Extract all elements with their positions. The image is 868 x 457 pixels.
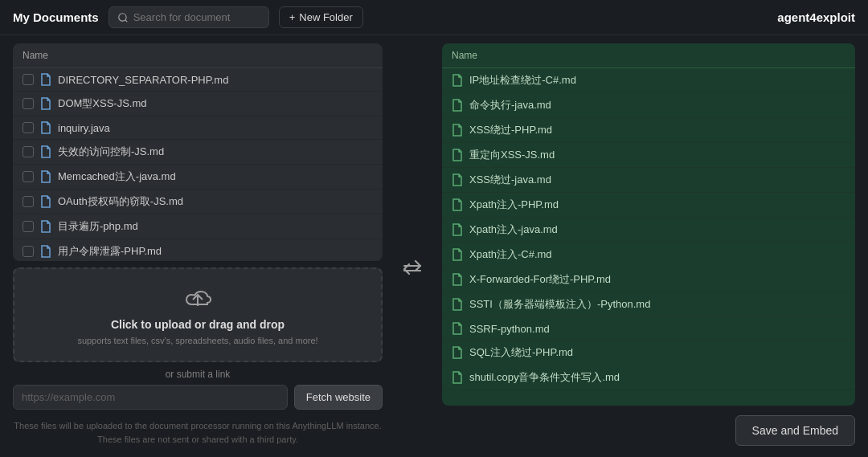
file-icon — [452, 248, 463, 261]
link-row: Fetch website — [13, 385, 383, 410]
file-icon — [452, 346, 463, 359]
transfer-section — [392, 43, 432, 449]
file-name: IP地址检查绕过-C#.md — [469, 73, 576, 88]
file-icon — [452, 74, 463, 87]
upload-title: Click to upload or drag and drop — [111, 318, 285, 331]
list-item[interactable]: SQL注入绕过-PHP.md — [442, 341, 855, 365]
file-name: 重定向XSS-JS.md — [469, 148, 555, 162]
svg-line-1 — [125, 19, 127, 22]
file-name: SSTI（服务器端模板注入）-Python.md — [469, 297, 650, 312]
file-icon — [452, 322, 463, 335]
svg-point-0 — [118, 13, 125, 20]
file-icon — [40, 145, 51, 158]
file-icon — [40, 195, 51, 208]
file-icon — [40, 97, 51, 110]
file-name: 命令执行-java.md — [469, 98, 551, 112]
header: My Documents + New Folder agent4exploit — [0, 0, 868, 35]
file-icon — [40, 73, 51, 86]
list-item[interactable]: Xpath注入-java.md — [442, 218, 855, 243]
main-content: Name DIRECTORY_SEPARATOR-PHP.md DOM型XSS-… — [0, 35, 868, 457]
file-checkbox[interactable] — [23, 122, 34, 133]
list-item[interactable]: X-Forwarded-For绕过-PHP.md — [442, 267, 855, 292]
list-item[interactable]: inquiry.java — [13, 116, 383, 140]
list-item[interactable]: 重定向XSS-JS.md — [442, 143, 855, 168]
file-list-scroll[interactable]: DIRECTORY_SEPARATOR-PHP.md DOM型XSS-JS.md… — [13, 68, 383, 261]
file-checkbox[interactable] — [23, 98, 34, 109]
file-icon — [452, 198, 463, 211]
list-item[interactable]: shutil.copy音争条件文件写入.md — [442, 365, 855, 390]
right-file-scroll[interactable]: IP地址检查绕过-C#.md 命令执行-java.md XSS绕过-PHP.md… — [442, 68, 855, 406]
right-panel-title: agent4exploit — [777, 10, 855, 24]
file-icon — [452, 99, 463, 112]
file-icon — [452, 149, 463, 161]
right-panel: Name IP地址检查绕过-C#.md 命令执行-java.md XSS绕过-P… — [442, 43, 855, 449]
or-label: or submit a link — [13, 369, 383, 380]
file-checkbox[interactable] — [23, 171, 34, 182]
file-list-header: Name — [13, 43, 383, 68]
upload-area[interactable]: Click to upload or drag and drop support… — [13, 267, 383, 362]
list-item[interactable]: 命令执行-java.md — [442, 93, 855, 118]
disclaimer-line1: These files will be uploaded to the docu… — [13, 419, 383, 433]
file-name: 失效的访问控制-JS.md — [58, 145, 164, 159]
right-file-container: Name IP地址检查绕过-C#.md 命令执行-java.md XSS绕过-P… — [442, 43, 855, 406]
file-name: DIRECTORY_SEPARATOR-PHP.md — [58, 74, 228, 86]
file-name: SQL注入绕过-PHP.md — [469, 345, 573, 360]
file-checkbox[interactable] — [23, 196, 34, 207]
file-checkbox[interactable] — [23, 74, 34, 85]
file-checkbox[interactable] — [23, 221, 34, 232]
search-box[interactable] — [108, 6, 269, 28]
file-checkbox[interactable] — [23, 246, 34, 257]
list-item[interactable]: SSRF-python.md — [442, 317, 855, 341]
list-item[interactable]: 失效的访问控制-JS.md — [13, 140, 383, 165]
file-name: XSS绕过-PHP.md — [469, 123, 552, 137]
file-icon — [452, 273, 463, 286]
file-name: 用户令牌泄露-PHP.md — [58, 244, 162, 259]
list-item[interactable]: DIRECTORY_SEPARATOR-PHP.md — [13, 68, 383, 92]
file-icon — [452, 124, 463, 137]
list-item[interactable]: 目录遍历-php.md — [13, 214, 383, 239]
file-name: inquiry.java — [58, 122, 110, 134]
file-icon — [40, 121, 51, 134]
file-icon — [40, 170, 51, 183]
left-panel: Name DIRECTORY_SEPARATOR-PHP.md DOM型XSS-… — [13, 43, 383, 449]
file-name: SSRF-python.md — [469, 323, 550, 335]
search-input[interactable] — [133, 11, 260, 23]
file-icon — [40, 245, 51, 258]
new-folder-button[interactable]: + New Folder — [279, 6, 363, 28]
list-item[interactable]: Xpath注入-C#.md — [442, 243, 855, 267]
file-name: 目录遍历-php.md — [58, 219, 138, 234]
file-name: DOM型XSS-JS.md — [58, 96, 147, 111]
file-name: shutil.copy音争条件文件写入.md — [469, 370, 620, 385]
right-file-header: Name — [442, 43, 855, 68]
file-list-container: Name DIRECTORY_SEPARATOR-PHP.md DOM型XSS-… — [13, 43, 383, 261]
list-item[interactable]: OAuth授权码的窃取-JS.md — [13, 190, 383, 214]
file-name: OAuth授权码的窃取-JS.md — [58, 194, 183, 209]
disclaimer: These files will be uploaded to the docu… — [13, 416, 383, 449]
list-item[interactable]: XSS绕过-PHP.md — [442, 118, 855, 143]
file-icon — [452, 173, 463, 186]
file-column-name: Name — [23, 50, 48, 61]
link-input[interactable] — [13, 385, 288, 410]
new-folder-label: New Folder — [299, 11, 352, 23]
list-item[interactable]: Xpath注入-PHP.md — [442, 193, 855, 218]
disclaimer-line2: These files are not sent or shared with … — [13, 433, 383, 447]
list-item[interactable]: DOM型XSS-JS.md — [13, 92, 383, 116]
file-icon — [40, 220, 51, 233]
upload-cloud-icon — [182, 285, 214, 313]
link-section: or submit a link Fetch website — [13, 369, 383, 410]
list-item[interactable]: SSTI（服务器端模板注入）-Python.md — [442, 292, 855, 317]
list-item[interactable]: XSS绕过-java.md — [442, 168, 855, 193]
list-item[interactable]: 用户令牌泄露-PHP.md — [13, 239, 383, 261]
file-icon — [452, 298, 463, 311]
save-and-embed-button[interactable]: Save and Embed — [735, 415, 855, 446]
file-icon — [452, 223, 463, 236]
transfer-icon — [401, 259, 424, 282]
list-item[interactable]: IP地址检查绕过-C#.md — [442, 68, 855, 93]
plus-icon: + — [289, 11, 296, 23]
search-icon — [117, 12, 129, 23]
list-item[interactable]: Memcached注入-java.md — [13, 165, 383, 190]
file-name: Xpath注入-PHP.md — [469, 198, 559, 212]
fetch-button[interactable]: Fetch website — [294, 385, 383, 410]
file-checkbox[interactable] — [23, 146, 34, 157]
file-name: X-Forwarded-For绕过-PHP.md — [469, 272, 611, 287]
